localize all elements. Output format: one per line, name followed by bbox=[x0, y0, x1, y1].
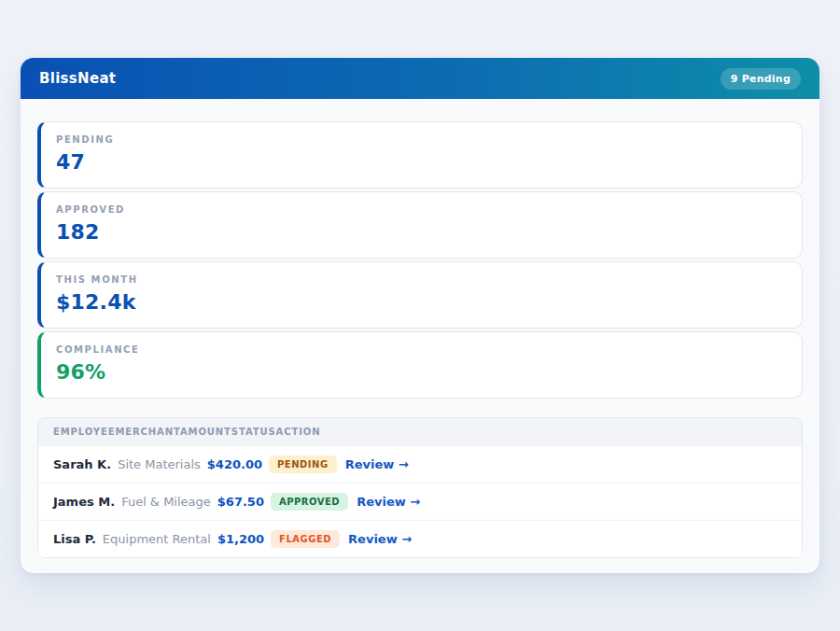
table-header-row: EMPLOYEEMERCHANTAMOUNTSTATUSACTION bbox=[38, 418, 802, 445]
stat-label: COMPLIANCE bbox=[56, 344, 787, 355]
status-badge: FLAGGED bbox=[271, 530, 340, 548]
stat-label: APPROVED bbox=[56, 204, 787, 215]
col-header-merchant: MERCHANT bbox=[115, 427, 180, 437]
col-header-action: ACTION bbox=[276, 427, 321, 437]
pending-count-badge: 9 Pending bbox=[721, 68, 801, 90]
employee-name: James M. bbox=[53, 495, 115, 509]
merchant-name: Fuel & Mileage bbox=[121, 495, 211, 509]
employee-name: Lisa P. bbox=[53, 532, 96, 546]
col-header-employee: EMPLOYEE bbox=[53, 427, 115, 437]
app-header: BlissNeat 9 Pending bbox=[21, 58, 819, 99]
review-link[interactable]: Review → bbox=[345, 457, 409, 471]
amount-value: $420.00 bbox=[207, 457, 262, 471]
review-link[interactable]: Review → bbox=[348, 532, 412, 546]
merchant-name: Equipment Rental bbox=[103, 532, 211, 546]
stat-value: 96% bbox=[56, 360, 787, 384]
stat-card-compliance: COMPLIANCE 96% bbox=[37, 331, 803, 399]
employee-name: Sarah K. bbox=[53, 457, 111, 471]
table-row: Sarah K. Site Materials $420.00 PENDING … bbox=[38, 445, 802, 483]
col-header-amount: AMOUNT bbox=[180, 427, 231, 437]
amount-value: $67.50 bbox=[217, 495, 264, 509]
stat-card-this-month: THIS MONTH $12.4k bbox=[37, 261, 803, 329]
stat-card-approved: APPROVED 182 bbox=[37, 191, 803, 259]
stat-label: PENDING bbox=[56, 134, 787, 145]
stat-label: THIS MONTH bbox=[56, 274, 787, 285]
col-header-status: STATUS bbox=[231, 427, 276, 437]
table-row: James M. Fuel & Mileage $67.50 APPROVED … bbox=[38, 483, 802, 520]
stat-value: $12.4k bbox=[56, 290, 787, 314]
merchant-name: Site Materials bbox=[118, 457, 201, 471]
main-card: BlissNeat 9 Pending PENDING 47 APPROVED … bbox=[21, 58, 819, 573]
amount-value: $1,200 bbox=[217, 532, 264, 546]
status-badge: APPROVED bbox=[271, 493, 348, 511]
review-link[interactable]: Review → bbox=[357, 495, 420, 509]
stat-value: 47 bbox=[56, 150, 787, 174]
status-badge: PENDING bbox=[269, 456, 337, 473]
stat-card-pending: PENDING 47 bbox=[37, 121, 803, 189]
app-title: BlissNeat bbox=[39, 70, 116, 87]
stat-value: 182 bbox=[56, 220, 787, 244]
table-row: Lisa P. Equipment Rental $1,200 FLAGGED … bbox=[38, 520, 802, 557]
expenses-table: EMPLOYEEMERCHANTAMOUNTSTATUSACTION Sarah… bbox=[37, 417, 803, 558]
card-body: PENDING 47 APPROVED 182 THIS MONTH $12.4… bbox=[21, 99, 819, 573]
